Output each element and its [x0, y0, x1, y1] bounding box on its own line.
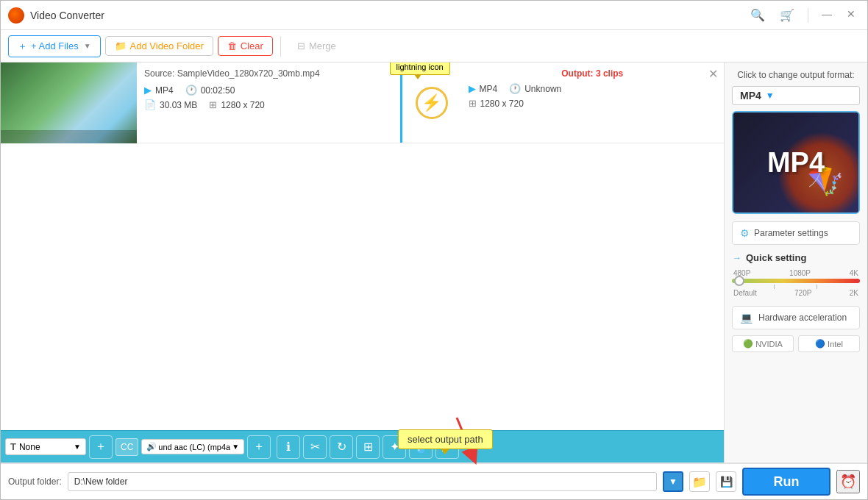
file-meta-row-2: 📄 30.03 MB ⊞ 1280 x 720: [144, 99, 393, 110]
slider-thumb[interactable]: [734, 276, 744, 286]
slider-labels-bottom: Default 720P 2K: [732, 289, 860, 297]
crop-button[interactable]: ⊞: [356, 435, 380, 459]
param-label: Parameter settings: [754, 228, 828, 238]
close-button[interactable]: ✕: [842, 8, 860, 23]
nvidia-button[interactable]: 🟢 NVIDIA: [732, 335, 794, 352]
output-resolution-icon: ⊞: [469, 98, 477, 109]
nvidia-label: NVIDIA: [755, 340, 783, 349]
audio-label: und aac (LC) (mp4a: [158, 443, 230, 451]
label-4k: 4K: [850, 269, 858, 277]
output-resolution-item: ⊞ 1280 x 720: [469, 98, 524, 109]
quality-slider[interactable]: 480P 1080P 4K Default 720P 2K: [732, 269, 860, 297]
file-list-area: Source: SampleVideo_1280x720_30mb.mp4 ▶ …: [1, 63, 724, 430]
add-folder-label: Add Video Folder: [130, 40, 204, 51]
trash-icon: 🗑: [227, 40, 237, 51]
lightning-button[interactable]: ⚡: [416, 87, 448, 119]
text-overlay-select[interactable]: T None ▼: [5, 438, 86, 455]
rotate-button[interactable]: ↻: [330, 435, 353, 459]
output-clips-badge: Output: 3 clips: [469, 68, 717, 79]
chevron-down-icon: ▼: [84, 42, 91, 50]
text-icon: T: [10, 441, 16, 452]
label-1080p: 1080P: [789, 269, 811, 277]
merge-button[interactable]: ⊟ Merge: [288, 37, 345, 55]
format-select-row: MP4 ▼: [732, 86, 860, 105]
hardware-acceleration-button[interactable]: 💻 Hardware acceleration: [732, 306, 860, 329]
output-save-button[interactable]: 💾: [716, 471, 736, 492]
output-format-icon: ▶: [469, 83, 476, 94]
input-resolution-value: 1280 x 720: [221, 100, 264, 110]
format-dropdown-arrow: ▼: [766, 90, 775, 101]
output-dropdown-button[interactable]: ▼: [663, 471, 683, 492]
format-preview: MP4 🪁: [732, 111, 860, 214]
format-value: MP4: [740, 90, 761, 101]
cut-button[interactable]: ✂: [303, 435, 327, 459]
search-icon[interactable]: 🔍: [746, 8, 769, 23]
label-2k: 2K: [850, 289, 858, 297]
output-browse-button[interactable]: 📁: [689, 471, 710, 492]
input-size-item: 📄 30.03 MB: [144, 99, 197, 110]
clear-label: Clear: [241, 40, 263, 51]
quick-setting-icon: →: [732, 252, 741, 263]
intel-icon: 🔵: [815, 339, 825, 349]
output-resolution-value: 1280 x 720: [480, 99, 524, 109]
clear-button[interactable]: 🗑 Clear: [218, 36, 273, 56]
add-files-button[interactable]: ＋ + Add Files ▼: [8, 35, 101, 57]
input-format-item: ▶ MP4: [144, 85, 174, 96]
file-details: Source: SampleVideo_1280x720_30mb.mp4 ▶ …: [137, 63, 400, 143]
info-button[interactable]: ℹ: [277, 435, 300, 459]
slider-labels-top: 480P 1080P 4K: [732, 269, 860, 277]
select-output-tooltip: select output path: [398, 429, 493, 449]
label-default: Default: [733, 289, 757, 297]
output-duration-value: Unknown: [524, 84, 561, 94]
file-row: Source: SampleVideo_1280x720_30mb.mp4 ▶ …: [1, 63, 724, 143]
nvidia-icon: 🟢: [743, 339, 753, 349]
mp4-label: MP4: [767, 147, 825, 179]
merge-label: Merge: [309, 40, 336, 51]
resolution-icon: ⊞: [209, 99, 217, 110]
right-panel: Click to change output format: MP4 ▼ MP4…: [724, 63, 867, 463]
window-controls: 🔍 🛒 — ✕: [746, 8, 860, 23]
output-folder-label: Output folder:: [8, 476, 62, 487]
intel-button[interactable]: 🔵 Intel: [798, 335, 860, 352]
slider-track[interactable]: [732, 279, 860, 283]
toolbar-divider: [280, 36, 281, 57]
file-meta-row-1: ▶ MP4 🕐 00:02:50: [144, 85, 393, 96]
quick-setting-section: → Quick setting: [732, 252, 860, 263]
titlebar: Video Converter 🔍 🛒 — ✕: [1, 1, 867, 30]
param-icon: ⚙: [740, 227, 750, 239]
parameter-settings-button[interactable]: ⚙ Parameter settings: [732, 221, 860, 245]
quick-setting-label: Quick setting: [746, 252, 806, 263]
add-files-label: + Add Files: [31, 40, 79, 51]
audio-track-select[interactable]: 🔊 und aac (LC) (mp4a ▼: [141, 439, 244, 454]
label-720p: 720P: [794, 289, 811, 297]
output-clock-icon: 🕐: [509, 83, 521, 94]
output-meta-row-1: ▶ MP4 🕐 Unknown: [469, 83, 717, 94]
edit-toolbar: T None ▼ ＋ CC 🔊 und aac (LC) (mp4a ▼ ＋ ℹ…: [1, 430, 724, 463]
file-thumbnail: [1, 63, 137, 143]
alarm-button[interactable]: ⏰: [836, 470, 860, 493]
output-meta-row-2: ⊞ 1280 x 720: [469, 98, 717, 109]
main-content: Source: SampleVideo_1280x720_30mb.mp4 ▶ …: [1, 63, 867, 463]
run-button[interactable]: Run: [742, 468, 830, 496]
minimize-button[interactable]: —: [817, 8, 836, 23]
output-format-select[interactable]: MP4 ▼: [732, 86, 860, 105]
app-title: Video Converter: [30, 10, 746, 21]
add-audio-button[interactable]: ＋: [247, 435, 271, 459]
cart-icon[interactable]: 🛒: [775, 8, 799, 23]
output-format-item: ▶ MP4: [469, 83, 498, 94]
input-duration-item: 🕐 00:02:50: [185, 85, 235, 96]
lightning-area: lightning icon ⚡: [402, 63, 461, 143]
output-path-input[interactable]: [68, 472, 657, 491]
tooltip-arrow: [414, 74, 421, 79]
add-folder-button[interactable]: 📁 Add Video Folder: [105, 36, 213, 56]
gpu-options: 🟢 NVIDIA 🔵 Intel: [732, 335, 860, 352]
main-toolbar: ＋ + Add Files ▼ 📁 Add Video Folder 🗑 Cle…: [1, 30, 867, 63]
tick-1: [774, 285, 775, 289]
output-format-value: MP4: [480, 84, 498, 94]
add-text-button[interactable]: ＋: [89, 435, 113, 459]
input-resolution-item: ⊞ 1280 x 720: [209, 99, 264, 110]
cc-button[interactable]: CC: [115, 438, 138, 456]
close-file-button[interactable]: ✕: [708, 67, 718, 81]
tick-2: [817, 285, 817, 289]
input-duration-value: 00:02:50: [201, 85, 235, 96]
